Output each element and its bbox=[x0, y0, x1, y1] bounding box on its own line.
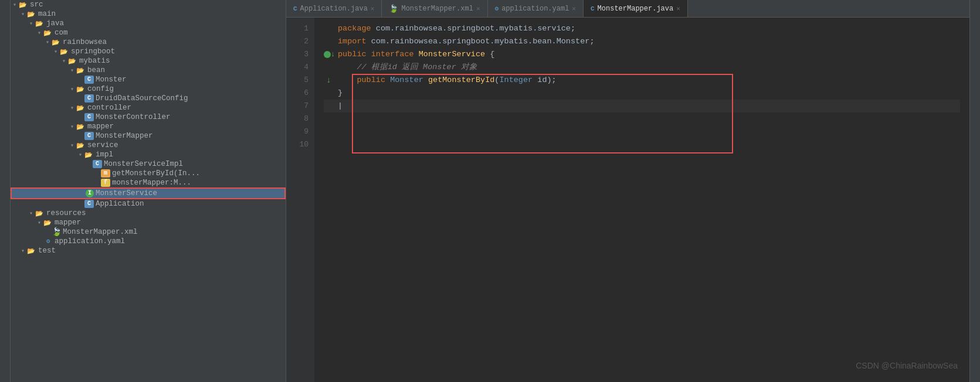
java-m-icon: m bbox=[101, 169, 110, 178]
tree-item-MonsterMapperXml[interactable]: 🍃MonsterMapper.xml bbox=[11, 227, 286, 237]
tab-Application-java[interactable]: CApplication.java✕ bbox=[286, 0, 382, 17]
java-f-icon: f bbox=[101, 179, 110, 187]
tree-label: DruidDataSourceConfig bbox=[96, 94, 188, 103]
tab-close-button[interactable]: ✕ bbox=[371, 5, 375, 12]
tree-item-springboot[interactable]: springboot bbox=[11, 47, 286, 56]
tree-item-bean[interactable]: bean bbox=[11, 66, 286, 75]
tree-item-MonsterServiceImpl[interactable]: CMonsterServiceImpl bbox=[11, 159, 286, 169]
code-line-3: import com.rainbowsea.springboot.mybatis… bbox=[324, 35, 960, 48]
tree-item-controller[interactable]: controller bbox=[11, 103, 286, 112]
tree-label: MonsterMapper bbox=[96, 132, 153, 140]
folder-arrow bbox=[35, 219, 43, 226]
tree-item-com[interactable]: com bbox=[11, 28, 286, 37]
code-area[interactable]: package com.rainbowsea.springboot.mybati… bbox=[314, 18, 969, 382]
line-number-5: 5 bbox=[286, 74, 308, 87]
editor-area: CApplication.java✕🍃MonsterMapper.xml✕⚙ap… bbox=[286, 0, 969, 382]
tab-MonsterMapper-xml[interactable]: 🍃MonsterMapper.xml✕ bbox=[382, 0, 487, 17]
tree-item-monsterMapper[interactable]: fmonsterMapper:M... bbox=[11, 178, 286, 187]
structure-sidebar[interactable] bbox=[0, 0, 11, 382]
tree-item-mapper-res[interactable]: mapper bbox=[11, 218, 286, 227]
line-number-2: 2 bbox=[286, 35, 308, 48]
tree-item-MonsterController[interactable]: CMonsterController bbox=[11, 112, 286, 122]
folder-arrow bbox=[68, 104, 76, 111]
folder-icon bbox=[52, 39, 61, 46]
xml-icon: 🍃 bbox=[52, 228, 61, 236]
java-tab-icon: C bbox=[293, 5, 297, 12]
java-c-icon: C bbox=[93, 160, 102, 168]
folder-icon bbox=[27, 247, 36, 254]
tree-item-config[interactable]: config bbox=[11, 84, 286, 94]
tree-item-rainbowsea[interactable]: rainbowsea bbox=[11, 37, 286, 47]
tree-item-mapper[interactable]: mapper bbox=[11, 122, 286, 131]
tree-label: mapper bbox=[55, 219, 81, 227]
java-c-icon: C bbox=[84, 94, 94, 103]
tab-application-yaml[interactable]: ⚙application.yaml✕ bbox=[488, 0, 584, 17]
keyword-package: package bbox=[338, 22, 376, 35]
tab-close-button[interactable]: ✕ bbox=[572, 5, 576, 12]
tree-label: rainbowsea bbox=[63, 38, 107, 46]
tree-label: getMonsterById(In... bbox=[112, 169, 200, 178]
folder-icon bbox=[76, 104, 86, 111]
tree-label: resources bbox=[46, 209, 86, 217]
tree-item-service[interactable]: service bbox=[11, 141, 286, 150]
tree-item-application-yaml[interactable]: ⚙application.yaml bbox=[11, 237, 286, 246]
tree-item-getMonsterById[interactable]: mgetMonsterById(In... bbox=[11, 169, 286, 178]
tree-item-src[interactable]: src bbox=[11, 0, 286, 9]
tree-item-resources[interactable]: resources bbox=[11, 209, 286, 218]
code-line-9: } bbox=[324, 87, 960, 100]
type-monster: Monster bbox=[390, 74, 428, 87]
params: ( bbox=[494, 74, 499, 87]
tree-label: bean bbox=[87, 66, 105, 74]
kw-public: public bbox=[338, 48, 371, 61]
folder-arrow bbox=[60, 57, 68, 64]
folder-arrow bbox=[68, 67, 76, 74]
tree-item-java[interactable]: java bbox=[11, 19, 286, 28]
tree-item-Application[interactable]: CApplication bbox=[11, 199, 286, 209]
tree-item-MonsterMapper[interactable]: CMonsterMapper bbox=[11, 131, 286, 141]
tree-item-mybatis[interactable]: mybatis bbox=[11, 56, 286, 66]
tree-label: Monster bbox=[96, 76, 127, 84]
folder-arrow bbox=[19, 247, 27, 254]
folder-icon bbox=[27, 11, 36, 18]
folder-arrow bbox=[68, 86, 76, 93]
right-panel bbox=[969, 0, 980, 382]
folder-icon bbox=[68, 57, 77, 64]
code-line-1: package com.rainbowsea.springboot.mybati… bbox=[324, 22, 960, 35]
tree-label: com bbox=[55, 29, 68, 37]
folder-icon bbox=[19, 1, 28, 8]
xml-tab-icon: 🍃 bbox=[389, 4, 398, 13]
java-c-icon: C bbox=[84, 76, 94, 84]
tree-item-test[interactable]: test bbox=[11, 246, 286, 255]
tab-label: MonsterMapper.java bbox=[598, 5, 674, 13]
comment-text: // 根据id 返回 Monster 对象 bbox=[338, 61, 477, 74]
package-name: com.rainbowsea.springboot.mybatis.servic… bbox=[376, 22, 575, 35]
tree-item-DruidDataSourceConfig[interactable]: CDruidDataSourceConfig bbox=[11, 94, 286, 103]
gutter-8: ↓ bbox=[324, 74, 337, 87]
folder-icon bbox=[43, 29, 53, 36]
method-name: getMonsterById bbox=[428, 74, 494, 87]
line-number-1: 1 bbox=[286, 22, 308, 35]
brace-open: { bbox=[490, 48, 494, 61]
tab-MonsterMapper-java[interactable]: CMonsterMapper.java✕ bbox=[584, 0, 688, 17]
line-number-6: 6 bbox=[286, 87, 308, 100]
folder-arrow bbox=[11, 1, 19, 8]
tab-close-button[interactable]: ✕ bbox=[476, 5, 480, 12]
tree-item-main[interactable]: main bbox=[11, 9, 286, 19]
editor-content[interactable]: 12345678910 package com.rainbowsea.sprin… bbox=[286, 18, 969, 382]
folder-icon bbox=[76, 67, 86, 74]
java-c-icon: C bbox=[84, 200, 94, 208]
keyword-import: import bbox=[338, 35, 371, 48]
tab-close-button[interactable]: ✕ bbox=[676, 5, 680, 12]
folder-icon bbox=[35, 210, 45, 217]
tree-item-Monster[interactable]: CMonster bbox=[11, 75, 286, 84]
tree-label: MonsterController bbox=[96, 113, 171, 121]
folder-icon bbox=[35, 20, 45, 27]
gutter-5: ↓ bbox=[324, 48, 337, 61]
interface-name: MonsterService bbox=[419, 48, 490, 61]
tree-item-MonsterService[interactable]: IMonsterService bbox=[11, 187, 286, 199]
folder-arrow bbox=[52, 48, 60, 55]
folder-arrow bbox=[27, 20, 35, 27]
tree-item-impl[interactable]: impl bbox=[11, 150, 286, 159]
java-c-icon: C bbox=[84, 132, 94, 140]
tree-label: mybatis bbox=[79, 57, 110, 65]
